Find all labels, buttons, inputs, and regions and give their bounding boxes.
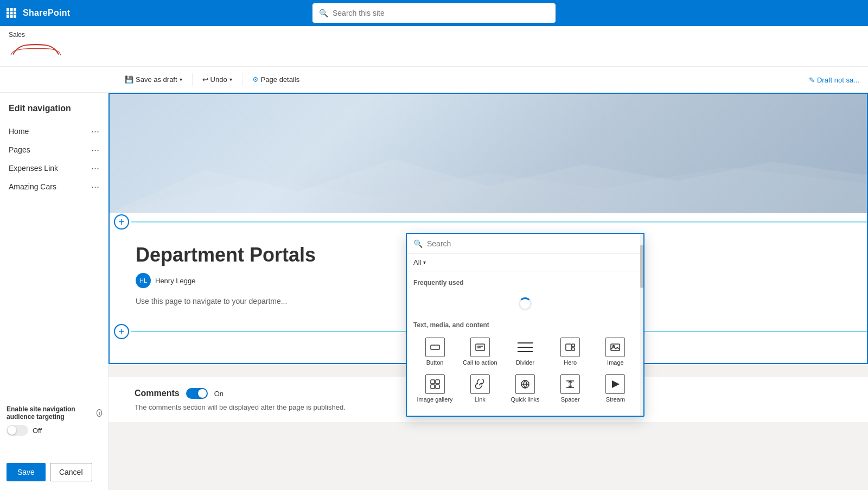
quicklinks-webpart-icon [515, 374, 535, 394]
spacer-webpart-icon [560, 374, 580, 394]
search-bar[interactable]: 🔍 [312, 3, 556, 23]
cta-webpart-icon [470, 338, 490, 357]
svg-rect-12 [476, 344, 484, 351]
spacer-webpart-label: Spacer [561, 396, 580, 403]
save-icon: 💾 [125, 75, 133, 84]
sidebar-title: Edit navigation [0, 104, 108, 122]
image-webpart-label: Image [607, 359, 624, 366]
svg-rect-18 [611, 344, 620, 351]
toggle-knob [8, 426, 16, 435]
svg-rect-22 [431, 385, 435, 389]
picker-body: Frequently used Text, media, and content [407, 271, 643, 416]
svg-rect-3 [7, 12, 9, 15]
nav-item-dots-expenses[interactable]: ··· [91, 163, 99, 173]
nav-item-dots-pages[interactable]: ··· [91, 145, 99, 155]
divider-line-1 [518, 342, 533, 343]
stream-webpart-label: Stream [606, 396, 625, 403]
audience-toggle-container: Off [7, 425, 102, 436]
picker-search-icon: 🔍 [413, 239, 423, 248]
webpart-grid: Button Call to action [413, 334, 637, 406]
webpart-item-link[interactable]: Link [458, 371, 501, 406]
svg-rect-2 [14, 8, 16, 11]
toolbar: 💾 Save as draft ▾ ↩ Undo ▾ ⚙ Page detail… [0, 67, 868, 93]
svg-rect-1 [10, 8, 13, 11]
sidebar-item-home[interactable]: Home ··· [0, 122, 108, 141]
comments-toggle[interactable] [186, 388, 208, 399]
webpart-item-quicklinks[interactable]: Quick links [503, 371, 546, 406]
add-section-btn-2[interactable]: + [114, 324, 129, 339]
svg-rect-23 [436, 385, 439, 389]
audience-toggle[interactable] [7, 425, 28, 436]
save-button[interactable]: Save [7, 463, 46, 481]
filter-caret-icon: ▾ [423, 259, 426, 265]
waffle-icon[interactable] [7, 8, 16, 18]
info-icon[interactable]: i [97, 409, 102, 417]
undo-icon: ↩ [202, 75, 208, 84]
spinner [519, 297, 532, 310]
webpart-item-divider[interactable]: Divider [503, 334, 546, 369]
svg-rect-17 [572, 348, 575, 351]
hero-webpart-icon [560, 338, 580, 357]
sidebar-item-pages[interactable]: Pages ··· [0, 141, 108, 159]
search-input[interactable] [333, 9, 549, 17]
webpart-item-button[interactable]: Button [413, 334, 456, 369]
add-section-row-1: + [110, 213, 867, 231]
comments-toggle-label: On [214, 390, 224, 398]
text-media-title: Text, media, and content [413, 321, 637, 329]
nav-item-dots-amazing-cars[interactable]: ··· [91, 182, 99, 192]
picker-search-input[interactable] [427, 239, 637, 248]
add-section-btn-1[interactable]: + [114, 214, 129, 230]
toolbar-divider-1 [192, 73, 193, 86]
svg-rect-7 [10, 15, 13, 18]
nav-item-dots-home[interactable]: ··· [91, 126, 99, 136]
picker-scrollbar[interactable] [640, 234, 643, 416]
sidebar-item-expenses[interactable]: Expenses Link ··· [0, 159, 108, 177]
toolbar-divider-2 [242, 73, 242, 86]
hero-background [110, 94, 867, 213]
picker-filter[interactable]: All ▾ [407, 254, 643, 271]
sales-label: Sales [9, 31, 25, 39]
divider-line-3 [518, 351, 533, 352]
button-webpart-icon [425, 338, 445, 357]
webpart-item-spacer[interactable]: Spacer [549, 371, 592, 406]
page-details-button[interactable]: ⚙ Page details [247, 72, 305, 87]
gallery-webpart-icon [425, 374, 445, 394]
sidebar: Edit navigation Home ··· Pages ··· Expen… [0, 93, 108, 490]
svg-rect-5 [14, 12, 16, 15]
content-area: + Department Portals HL Henry Legge Use … [108, 93, 868, 490]
save-draft-caret: ▾ [180, 77, 182, 82]
link-webpart-label: Link [475, 396, 486, 403]
picker-search-area: 🔍 [407, 234, 643, 254]
gallery-webpart-label: Image gallery [417, 396, 453, 403]
audience-toggle-label: Off [33, 427, 42, 435]
cancel-button[interactable]: Cancel [50, 463, 92, 481]
undo-caret: ▾ [229, 77, 232, 82]
webpart-item-gallery[interactable]: Image gallery [413, 371, 456, 406]
image-webpart-icon [605, 338, 625, 357]
save-draft-button[interactable]: 💾 Save as draft ▾ [119, 72, 188, 87]
sharepoint-logo: SharePoint [23, 8, 70, 18]
cta-webpart-label: Call to action [463, 359, 497, 366]
button-webpart-label: Button [426, 359, 444, 366]
comments-title: Comments [135, 389, 180, 398]
second-bar: Sales [0, 26, 868, 67]
webpart-picker: 🔍 All ▾ Frequently used Text, media, and… [406, 233, 644, 417]
divider-line-2 [518, 347, 533, 348]
svg-marker-29 [612, 380, 620, 388]
webpart-item-image[interactable]: Image [594, 334, 637, 369]
webpart-item-hero[interactable]: Hero [549, 334, 592, 369]
filter-label: All [413, 258, 421, 266]
undo-button[interactable]: ↩ Undo ▾ [197, 72, 238, 87]
webpart-item-cta[interactable]: Call to action [458, 334, 501, 369]
author-avatar: HL [136, 273, 151, 288]
stream-webpart-icon [605, 374, 625, 394]
comments-toggle-knob [198, 389, 207, 398]
svg-rect-16 [572, 344, 575, 347]
svg-rect-21 [436, 380, 439, 384]
webpart-item-stream[interactable]: Stream [594, 371, 637, 406]
page-details-icon: ⚙ [252, 75, 259, 84]
svg-rect-6 [7, 15, 9, 18]
sidebar-item-amazing-cars[interactable]: Amazing Cars ··· [0, 177, 108, 196]
main-layout: Edit navigation Home ··· Pages ··· Expen… [0, 93, 868, 490]
quicklinks-webpart-label: Quick links [510, 396, 539, 403]
